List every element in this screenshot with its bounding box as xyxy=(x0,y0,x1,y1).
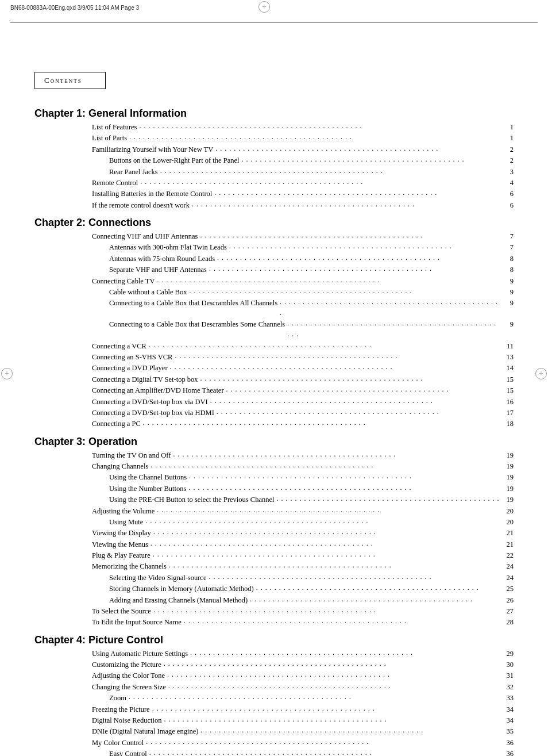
toc-label: Connecting a VCR xyxy=(92,341,146,352)
toc-page: 19 xyxy=(502,472,514,483)
toc-label: Digital Noise Reduction xyxy=(92,715,162,726)
toc-page: 6 xyxy=(502,189,514,199)
toc-label: Zoom xyxy=(109,693,126,704)
toc-label: Storing Channels in Memory (Automatic Me… xyxy=(109,584,254,594)
toc-label: Connecting a PC xyxy=(92,419,141,429)
toc-page: 4 xyxy=(502,178,514,189)
toc-dots: . . . . . . . . . . . . . . . . . . . . … xyxy=(209,263,500,274)
toc-dots: . . . . . . . . . . . . . . . . . . . . … xyxy=(192,199,500,210)
toc-entry: Connecting a PC. . . . . . . . . . . . .… xyxy=(92,419,514,429)
toc-label: To Edit the Input Source Name xyxy=(92,617,182,628)
toc-section-ch2: Connecting VHF and UHF Antennas. . . . .… xyxy=(34,231,514,430)
toc-page: 34 xyxy=(502,715,514,726)
toc-dots: . . . . . . . . . . . . . . . . . . . . … xyxy=(153,527,500,538)
toc-dots: . . . . . . . . . . . . . . . . . . . . … xyxy=(167,669,500,680)
toc-page: 9 xyxy=(502,319,514,330)
toc-page: 25 xyxy=(502,584,514,594)
toc-section-ch1: List of Features. . . . . . . . . . . . … xyxy=(34,122,514,211)
toc-entry: Connecting to a Cable Box that Descrambl… xyxy=(92,319,514,340)
toc-dots: . . . . . . . . . . . . . . . . . . . . … xyxy=(170,362,500,373)
chapter-heading-ch4: Chapter 4: Picture Control xyxy=(34,634,514,646)
toc-label: Familiarizing Yourself with Your New TV xyxy=(92,144,213,155)
toc-dots: . . . . . . . . . . . . . . . . . . . . … xyxy=(157,275,500,286)
toc-container: Chapter 1: General InformationList of Fe… xyxy=(34,108,514,756)
toc-page: 26 xyxy=(502,595,514,606)
toc-label: Memorizing the Channels xyxy=(92,561,167,572)
toc-page: 15 xyxy=(502,385,514,396)
toc-page: 16 xyxy=(502,397,514,408)
toc-page: 8 xyxy=(502,264,514,275)
toc-label: Adjusting the Color Tone xyxy=(92,670,165,681)
toc-dots: . . . . . . . . . . . . . . . . . . . . … xyxy=(280,297,500,318)
toc-dots: . . . . . . . . . . . . . . . . . . . . … xyxy=(276,493,500,504)
toc-page: 9 xyxy=(502,276,514,287)
toc-dots: . . . . . . . . . . . . . . . . . . . . … xyxy=(209,571,500,582)
toc-dots: . . . . . . . . . . . . . . . . . . . . … xyxy=(160,166,500,176)
toc-dots: . . . . . . . . . . . . . . . . . . . . … xyxy=(189,471,500,482)
toc-label: If the remote control doesn't work xyxy=(92,200,190,211)
toc-dots: . . . . . . . . . . . . . . . . . . . . … xyxy=(173,449,500,460)
chapter-heading-ch1: Chapter 1: General Information xyxy=(34,108,514,120)
toc-page: 36 xyxy=(502,749,514,756)
toc-label: Viewing the Menus xyxy=(92,539,148,550)
toc-label: Using Mute xyxy=(109,517,143,528)
toc-label: List of Parts xyxy=(92,133,127,144)
toc-page: 24 xyxy=(502,573,514,584)
toc-page: 13 xyxy=(502,352,514,363)
toc-dots: . . . . . . . . . . . . . . . . . . . . … xyxy=(149,340,500,351)
toc-page: 30 xyxy=(502,659,514,670)
toc-dots: . . . . . . . . . . . . . . . . . . . . … xyxy=(139,121,500,132)
reg-mark-top xyxy=(258,1,270,13)
toc-label: Using the Number Buttons xyxy=(109,483,186,494)
toc-label: Viewing the Display xyxy=(92,528,151,539)
toc-page: 20 xyxy=(502,517,514,528)
toc-dots: . . . . . . . . . . . . . . . . . . . . … xyxy=(190,647,500,658)
toc-page: 7 xyxy=(502,231,514,242)
toc-page: 1 xyxy=(502,133,514,144)
reg-mark-left xyxy=(1,368,13,379)
toc-label: My Color Control xyxy=(92,738,144,749)
toc-page: 11 xyxy=(502,341,514,352)
toc-page: 36 xyxy=(502,738,514,749)
toc-page: 9 xyxy=(502,298,514,309)
toc-label: Easy Control xyxy=(109,749,147,756)
toc-label: Remote Control xyxy=(92,178,138,189)
toc-page: 19 xyxy=(502,450,514,461)
toc-dots: . . . . . . . . . . . . . . . . . . . . … xyxy=(184,616,500,627)
toc-section-ch3: Turning the TV On and Off. . . . . . . .… xyxy=(34,450,514,628)
toc-page: 24 xyxy=(502,561,514,572)
toc-page: 35 xyxy=(502,726,514,737)
toc-label: Connecting Cable TV xyxy=(92,276,155,287)
toc-dots: . . . . . . . . . . . . . . . . . . . . … xyxy=(169,560,500,571)
toc-dots: . . . . . . . . . . . . . . . . . . . . … xyxy=(150,538,500,549)
toc-dots: . . . . . . . . . . . . . . . . . . . . … xyxy=(140,176,500,187)
toc-label: Customizing the Picture xyxy=(92,659,161,670)
toc-label: Freezing the Picture xyxy=(92,704,150,715)
toc-label: Connecting a Digital TV Set-top box xyxy=(92,374,198,385)
toc-dots: . . . . . . . . . . . . . . . . . . . . … xyxy=(129,132,500,143)
chapter-heading-ch3: Chapter 3: Operation xyxy=(34,436,514,448)
toc-dots: . . . . . . . . . . . . . . . . . . . . … xyxy=(229,241,500,252)
toc-page: 18 xyxy=(502,419,514,429)
toc-label: To Select the Source xyxy=(92,606,151,617)
toc-label: Connecting a DVD Player xyxy=(92,363,168,374)
toc-dots: . . . . . . . . . . . . . . . . . . . . … xyxy=(210,396,500,406)
toc-dots: . . . . . . . . . . . . . . . . . . . . … xyxy=(287,318,500,339)
toc-dots: . . . . . . . . . . . . . . . . . . . . … xyxy=(200,230,500,241)
toc-dots: . . . . . . . . . . . . . . . . . . . . … xyxy=(145,516,500,527)
toc-page: 22 xyxy=(502,550,514,561)
toc-dots: . . . . . . . . . . . . . . . . . . . . … xyxy=(188,482,500,493)
toc-page: 31 xyxy=(502,670,514,681)
toc-label: Connecting a DVD/Set-top box via DVI xyxy=(92,397,208,408)
toc-dots: . . . . . . . . . . . . . . . . . . . . … xyxy=(200,373,500,384)
toc-dots: . . . . . . . . . . . . . . . . . . . . … xyxy=(256,582,500,593)
toc-entry: Connecting to a Cable Box that Descrambl… xyxy=(92,298,514,319)
toc-page: 19 xyxy=(502,461,514,472)
toc-dots: . . . . . . . . . . . . . . . . . . . . … xyxy=(214,187,500,198)
toc-dots: . . . . . . . . . . . . . . . . . . . . … xyxy=(200,725,500,736)
toc-page: 15 xyxy=(502,374,514,385)
toc-page: 28 xyxy=(502,617,514,628)
toc-dots: . . . . . . . . . . . . . . . . . . . . … xyxy=(175,351,500,362)
toc-dots: . . . . . . . . . . . . . . . . . . . . … xyxy=(164,714,500,725)
toc-entry: If the remote control doesn't work. . . … xyxy=(92,200,514,211)
